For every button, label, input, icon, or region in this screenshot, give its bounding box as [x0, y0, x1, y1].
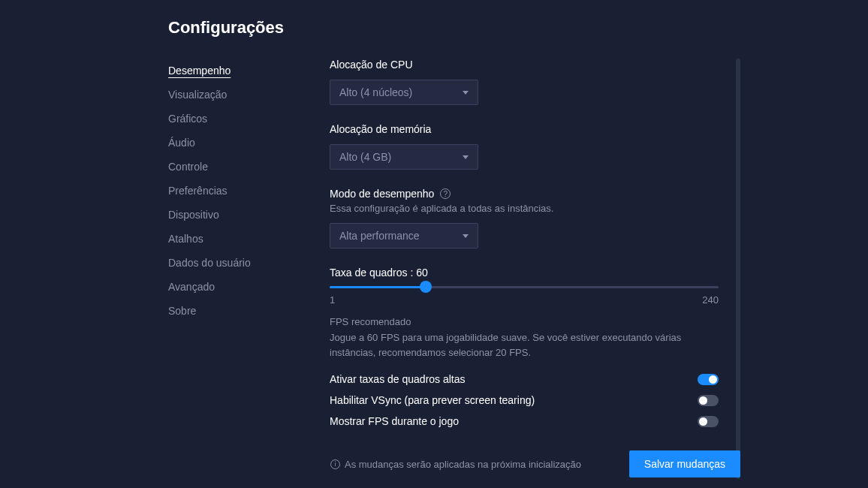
fps-slider-fill [330, 286, 426, 288]
performance-mode-sublabel: Essa configuração é aplicada a todas as … [330, 203, 725, 214]
fps-recommended-desc: Jogue a 60 FPS para uma jogabilidade sua… [330, 330, 719, 360]
performance-mode-label: Modo de desempenho ? [330, 188, 725, 200]
memory-allocation-label: Alocação de memória [330, 123, 725, 135]
performance-mode-dropdown[interactable]: Alta performance [330, 223, 478, 249]
footer-message: i As mudanças serão aplicadas na próxima… [330, 459, 581, 470]
show-fps-toggle[interactable] [698, 416, 719, 427]
help-icon[interactable]: ? [440, 188, 451, 199]
sidebar-item-desempenho[interactable]: Desempenho [168, 59, 330, 83]
fps-slider[interactable] [330, 286, 719, 288]
caret-down-icon [463, 91, 469, 95]
caret-down-icon [463, 234, 469, 238]
page-title: Configurações [168, 18, 868, 38]
footer-message-text: As mudanças serão aplicadas na próxima i… [345, 459, 581, 470]
save-button[interactable]: Salvar mudanças [629, 450, 740, 477]
sidebar-item-preferencias[interactable]: Preferências [168, 179, 330, 203]
memory-allocation-value: Alto (4 GB) [339, 151, 391, 163]
sidebar-item-avancado[interactable]: Avançado [168, 275, 330, 299]
info-icon: i [330, 459, 340, 469]
fps-slider-label: Taxa de quadros : 60 [330, 267, 725, 279]
sidebar-item-dados-usuario[interactable]: Dados do usuário [168, 251, 330, 275]
toggle-knob [709, 375, 717, 384]
settings-sidebar: Desempenho Visualização Gráficos Áudio C… [168, 59, 330, 483]
show-fps-toggle-label: Mostrar FPS durante o jogo [330, 415, 459, 427]
scrollbar[interactable] [736, 59, 740, 479]
high-fps-toggle-label: Ativar taxas de quadros altas [330, 373, 466, 385]
sidebar-item-graficos[interactable]: Gráficos [168, 107, 330, 131]
fps-slider-min: 1 [330, 294, 335, 306]
caret-down-icon [463, 155, 469, 159]
fps-recommended-title: FPS recomendado [330, 316, 725, 327]
sidebar-item-sobre[interactable]: Sobre [168, 299, 330, 323]
sidebar-item-dispositivo[interactable]: Dispositivo [168, 203, 330, 227]
sidebar-item-audio[interactable]: Áudio [168, 131, 330, 155]
performance-mode-label-text: Modo de desempenho [330, 188, 434, 200]
vsync-toggle-label: Habilitar VSync (para prever screen tear… [330, 394, 535, 406]
high-fps-toggle[interactable] [698, 374, 719, 385]
cpu-allocation-label: Alocação de CPU [330, 59, 725, 71]
main-content: Alocação de CPU Alto (4 núcleos) Alocaçã… [330, 59, 868, 483]
fps-slider-thumb[interactable] [420, 281, 432, 293]
fps-slider-max: 240 [702, 294, 719, 306]
vsync-toggle[interactable] [698, 395, 719, 406]
performance-mode-value: Alta performance [339, 230, 420, 242]
cpu-allocation-dropdown[interactable]: Alto (4 núcleos) [330, 80, 478, 105]
sidebar-item-atalhos[interactable]: Atalhos [168, 227, 330, 251]
toggle-knob [699, 417, 707, 426]
sidebar-item-controle[interactable]: Controle [168, 155, 330, 179]
cpu-allocation-value: Alto (4 núcleos) [339, 86, 412, 98]
memory-allocation-dropdown[interactable]: Alto (4 GB) [330, 144, 478, 170]
toggle-knob [699, 396, 707, 405]
sidebar-item-visualizacao[interactable]: Visualização [168, 83, 330, 107]
